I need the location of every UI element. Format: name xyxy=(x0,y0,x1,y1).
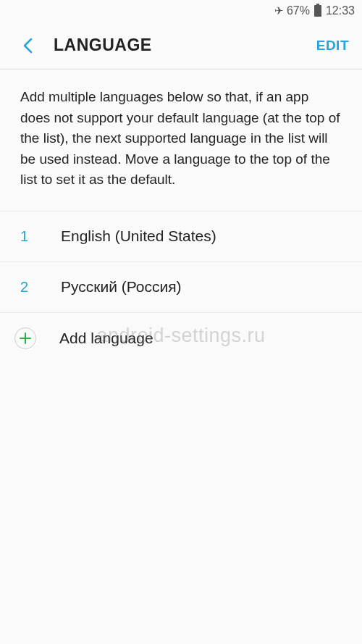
add-language-label: Add language xyxy=(59,330,153,347)
plus-icon xyxy=(14,327,36,349)
battery-percentage: 67% xyxy=(287,4,310,17)
language-row[interactable]: 1 English (United States) xyxy=(0,212,362,262)
language-label: Русский (Россия) xyxy=(61,278,182,296)
airplane-mode-icon: ✈ xyxy=(274,4,284,17)
clock: 12:33 xyxy=(326,4,355,17)
chevron-left-icon xyxy=(22,38,33,54)
status-bar: ✈ 67% 12:33 xyxy=(0,0,362,22)
language-order-number: 2 xyxy=(20,279,61,296)
edit-button[interactable]: EDIT xyxy=(316,38,349,54)
language-order-number: 1 xyxy=(20,228,61,245)
language-row[interactable]: 2 Русский (Россия) xyxy=(0,262,362,313)
app-header: LANGUAGE EDIT xyxy=(0,22,362,70)
add-language-button[interactable]: Add language xyxy=(0,313,362,364)
page-title: LANGUAGE xyxy=(54,35,316,55)
language-label: English (United States) xyxy=(61,227,216,245)
description-text: Add multiple languages below so that, if… xyxy=(0,70,362,212)
back-button[interactable] xyxy=(17,35,38,56)
battery-icon xyxy=(314,5,321,17)
